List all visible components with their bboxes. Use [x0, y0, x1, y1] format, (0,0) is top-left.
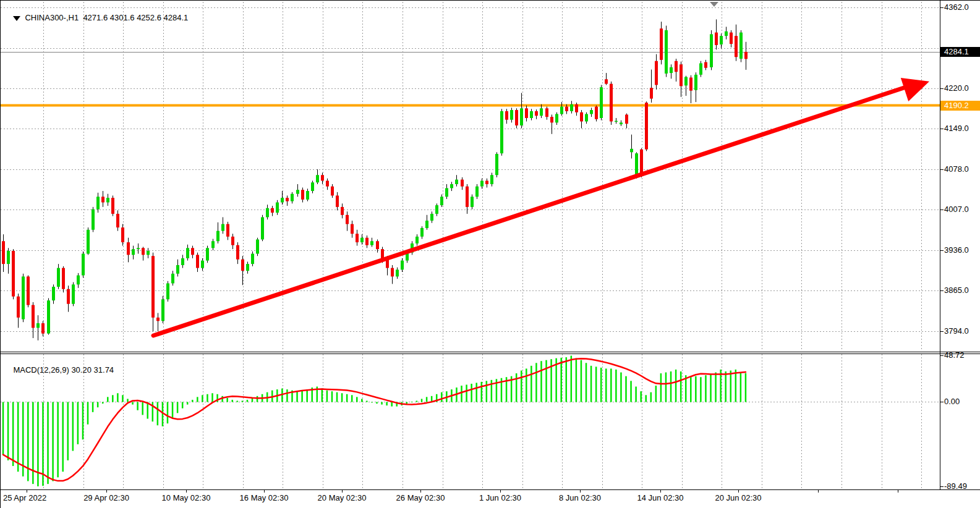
macd-signal-value: 31.74 [94, 365, 114, 375]
time-axis-label: 14 Jun 02:30 [637, 493, 683, 502]
price-axis-label: 4007.0 [944, 205, 969, 214]
macd-axis-label: 0.00 [944, 397, 960, 406]
price-axis-label: 4078.0 [944, 164, 969, 174]
price-axis-label: 3936.0 [944, 245, 969, 255]
time-axis-label: 29 Apr 02:30 [83, 493, 129, 502]
time-axis-label: 1 Jun 02:30 [479, 493, 521, 502]
time-axis-label: 20 May 02:30 [318, 493, 367, 502]
macd-axis-label: 48.72 [944, 350, 965, 360]
time-axis-label: 8 Jun 02:30 [559, 493, 601, 502]
price-axis-label: 4220.0 [944, 83, 969, 93]
mt4-chart-window: CHINA300-,H1 4271.6 4301.6 4252.6 4284.1… [0, 0, 980, 508]
macd-indicator-label: MACD(12,26,9) 30.20 31.74 [4, 356, 114, 384]
macd-axis-label: -89.49 [944, 481, 967, 491]
price-axis-label: 3865.0 [944, 286, 969, 295]
time-axis-label: 16 May 02:30 [240, 493, 289, 502]
macd-histogram [2, 355, 746, 486]
chart-shift-marker-icon[interactable] [710, 2, 718, 7]
macd-name: MACD(12,26,9) [13, 365, 69, 375]
time-axis-label: 20 Jun 02:30 [715, 493, 761, 502]
window-marker-icon [13, 16, 20, 21]
chart-canvas[interactable] [1, 1, 980, 508]
price-axis-label: 4149.0 [944, 124, 969, 133]
ohlc-readout: 4271.6 4301.6 4252.6 4284.1 [83, 13, 188, 22]
current-price-badge: 4284.1 [940, 47, 980, 57]
symbol-timeframe-label: CHINA300-,H1 [25, 13, 79, 22]
chart-title: CHINA300-,H1 4271.6 4301.6 4252.6 4284.1 [4, 4, 188, 32]
price-axis-label: 4362.0 [944, 2, 969, 12]
time-axis-label: 10 May 02:30 [162, 493, 211, 502]
price-axis-label: 3794.0 [944, 326, 969, 336]
macd-value: 30.20 [71, 365, 92, 375]
macd-signal-line [3, 358, 746, 481]
time-axis-label: 25 Apr 2022 [3, 493, 46, 502]
time-axis-label: 26 May 02:30 [396, 493, 445, 502]
candlestick-series [2, 19, 748, 340]
horizontal-line-price-badge: 4190.2 [940, 101, 980, 111]
